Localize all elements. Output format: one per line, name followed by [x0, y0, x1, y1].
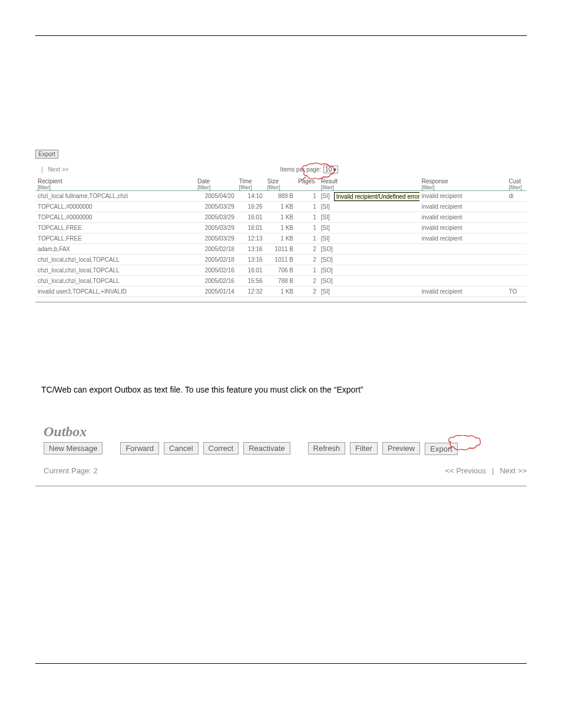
cell-response: invalid recipient [419, 212, 507, 223]
cell-result: [SI] [319, 202, 419, 212]
cell-time: 14:10 [237, 191, 265, 202]
cell-pages: 1 [296, 212, 319, 223]
cell-time: 12:13 [237, 233, 265, 244]
cancel-button[interactable]: Cancel [164, 442, 198, 454]
cell-recipient: chzi_local,chzi_local,TOPCALL [35, 255, 195, 265]
cell-pages: 1 [296, 233, 319, 244]
cell-date: 2005/03/29 [195, 223, 237, 233]
cell-result: [SO] [319, 276, 419, 286]
cell-cust: TO [507, 286, 527, 297]
cell-result: [SI] [319, 223, 419, 233]
next-link-top[interactable]: Next >> [48, 166, 68, 173]
cell-response [419, 255, 507, 265]
cell-recipient: TOPCALL,FREE [35, 223, 195, 233]
cell-date: 2005/03/29 [195, 233, 237, 244]
page-bottom-rule [35, 663, 527, 664]
cell-cust: di [507, 191, 527, 202]
cell-time: 16:01 [237, 223, 265, 233]
forward-button[interactable]: Forward [120, 442, 159, 454]
cell-result: [SO] [319, 265, 419, 276]
table-header-row: Recipient[filter] Date[filter] Time[filt… [35, 177, 527, 191]
th-date[interactable]: Date[filter] [195, 177, 237, 191]
cell-result: [SI] [319, 286, 419, 297]
cell-date: 2005/02/18 [195, 244, 237, 255]
cell-time: 12:32 [237, 286, 265, 297]
cell-cust [507, 255, 527, 265]
cell-cust [507, 244, 527, 255]
cell-time: 16:26 [237, 202, 265, 212]
th-response[interactable]: Response[filter] [419, 177, 507, 191]
th-size[interactable]: Size[filter] [265, 177, 296, 191]
export-button-small[interactable]: Export [35, 150, 58, 159]
table-row[interactable]: TOPCALL,FREE2005/03/2912:131 KB1[SI]inva… [35, 233, 527, 244]
preview-button[interactable]: Preview [382, 442, 420, 454]
svg-line-0 [301, 177, 306, 183]
cell-recipient: TOPCALL,#0000000 [35, 212, 195, 223]
result-tooltip: Invalid recipient/Undefined error code [334, 192, 419, 201]
callout-cloud-icon [301, 163, 336, 183]
pager-row-top: | Next >> Items per page: 10 ▾ [35, 164, 527, 177]
cell-pages: 1 [296, 191, 319, 202]
cell-date: 2005/02/16 [195, 265, 237, 276]
cell-time: 16:01 [237, 265, 265, 276]
next-link[interactable]: Next >> [500, 466, 527, 475]
cell-result: [SO] [319, 255, 419, 265]
cell-response: invalid recipient [419, 191, 507, 202]
pager-separator: | [41, 166, 43, 173]
new-message-button[interactable]: New Message [44, 442, 103, 454]
cell-size: 1 KB [265, 202, 296, 212]
table-row[interactable]: chzi_local,chzi_local,TOPCALL2005/02/161… [35, 265, 527, 276]
cell-size: 1011 B [265, 255, 296, 265]
cell-result: [SI]Invalid recipient/Undefined error co… [319, 191, 419, 202]
reactivate-button[interactable]: Reactivate [243, 442, 290, 454]
cell-response: invalid recipient [419, 286, 507, 297]
cell-date: 2005/03/29 [195, 202, 237, 212]
table-row[interactable]: TOPCALL,FREE2005/03/2916:011 KB1[SI]inva… [35, 223, 527, 233]
page-top-rule [35, 35, 527, 36]
body-paragraph: TC/Web can export Outbox as text file. T… [41, 385, 527, 394]
cell-response [419, 276, 507, 286]
table-row[interactable]: chzi_local fullname,TOPCALL,chzi2005/04/… [35, 191, 527, 202]
cell-recipient: TOPCALL,#0000000 [35, 202, 195, 212]
th-result[interactable]: Result [filter] [319, 177, 419, 191]
toolbar-row: New Message Forward Cancel Correct React… [35, 442, 527, 454]
cell-size: 1 KB [265, 286, 296, 297]
cell-result: [SI] [319, 212, 419, 223]
th-time[interactable]: Time[filter] [237, 177, 265, 191]
cell-time: 15:56 [237, 276, 265, 286]
current-page-label: Current Page: 2 [44, 466, 98, 475]
cell-pages: 2 [296, 255, 319, 265]
th-cust[interactable]: Cust[filter] [507, 177, 527, 191]
cell-recipient: chzi_local,chzi_local,TOPCALL [35, 265, 195, 276]
svg-line-1 [448, 447, 452, 452]
filter-button[interactable]: Filter [350, 442, 378, 454]
cell-time: 16:01 [237, 212, 265, 223]
cell-result: [SI] [319, 233, 419, 244]
cell-pages: 2 [296, 286, 319, 297]
cell-date: 2005/03/29 [195, 212, 237, 223]
refresh-button[interactable]: Refresh [308, 442, 346, 454]
cell-pages: 2 [296, 244, 319, 255]
cell-pages: 1 [296, 202, 319, 212]
callout-cloud-icon [448, 435, 481, 455]
table-row[interactable]: TOPCALL,#00000002005/03/2916:261 KB1[SI]… [35, 202, 527, 212]
th-recipient[interactable]: Recipient[filter] [35, 177, 195, 191]
correct-button[interactable]: Correct [203, 442, 239, 454]
pager-separator: | [492, 466, 494, 475]
cell-size: 788 B [265, 276, 296, 286]
table-row[interactable]: chzi_local,chzi_local,TOPCALL2005/02/161… [35, 276, 527, 286]
outbox-table: Recipient[filter] Date[filter] Time[filt… [35, 177, 527, 297]
table-row[interactable]: invalid user3,TOPCALL,+INVALID2005/01/14… [35, 286, 527, 297]
cell-size: 1 KB [265, 233, 296, 244]
outbox-list-screenshot: Export | Next >> Items per page: 10 ▾ Re… [35, 148, 527, 302]
table-row[interactable]: TOPCALL,#00000002005/03/2916:011 KB1[SI]… [35, 212, 527, 223]
cell-response: invalid recipient [419, 223, 507, 233]
cell-response [419, 244, 507, 255]
cell-size: 706 B [265, 265, 296, 276]
cell-result: [SO] [319, 244, 419, 255]
table-row[interactable]: adam,b,FAX2005/02/1813:161011 B2[SO] [35, 244, 527, 255]
previous-link[interactable]: << Previous [445, 466, 486, 475]
cell-cust [507, 265, 527, 276]
cell-time: 13:16 [237, 244, 265, 255]
table-row[interactable]: chzi_local,chzi_local,TOPCALL2005/02/181… [35, 255, 527, 265]
